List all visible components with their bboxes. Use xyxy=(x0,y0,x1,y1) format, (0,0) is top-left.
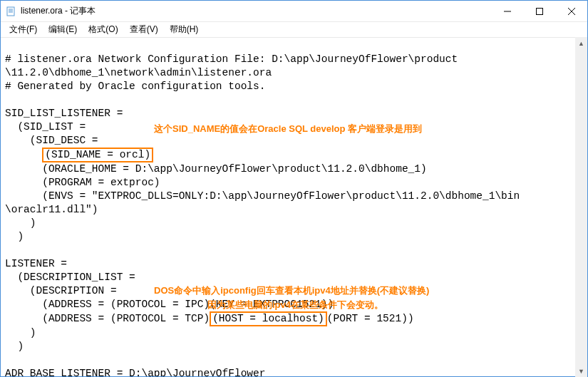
text-line: (DESCRIPTION_LIST = xyxy=(5,272,135,283)
text-line: # listener.ora Network Configuration Fil… xyxy=(5,53,458,65)
scroll-down-icon[interactable]: ▼ xyxy=(575,365,587,377)
titlebar: listener.ora - 记事本 xyxy=(1,1,587,22)
text-line: # Generated by Oracle configuration tool… xyxy=(5,81,265,92)
scroll-up-icon[interactable]: ▲ xyxy=(575,37,587,49)
svg-rect-5 xyxy=(536,8,542,14)
menubar: 文件(F) 编辑(E) 格式(O) 查看(V) 帮助(H) xyxy=(1,22,587,38)
annotation-sid: 这个SID_NAME的值会在Oracle SQL develop 客户端登录是用… xyxy=(154,122,422,135)
annotation-ipconfig: DOS命令中输入ipconfig回车查看本机ipv4地址并替换(不建议替换) xyxy=(154,284,429,297)
svg-rect-0 xyxy=(7,7,14,16)
text-line: (SID_LIST = xyxy=(5,121,86,133)
text-indent xyxy=(5,149,42,160)
text-tail: (PORT = 1521)) xyxy=(327,313,414,324)
text-line: (ENVS = "EXTPROC_DLLS=ONLY:D:\app\Journe… xyxy=(5,190,520,202)
window-title: listener.ora - 记事本 xyxy=(21,5,491,17)
text-line: (DESCRIPTION = xyxy=(5,285,117,296)
text-line: ADR_BASE_LISTENER = D:\app\JourneyOfFlow… xyxy=(5,368,265,376)
text-line: (ORACLE_HOME = D:\app\JourneyOfFlower\pr… xyxy=(5,163,427,175)
text-line: \oraclr11.dll") xyxy=(5,204,98,215)
text-line: SID_LIST_LISTENER = xyxy=(5,108,123,119)
menu-view[interactable]: 查看(V) xyxy=(124,22,164,37)
annotation-ipv4: 因为某些电脑的ipv4在某些条件下会变动。 xyxy=(207,298,383,311)
close-button[interactable] xyxy=(555,1,587,21)
highlight-sid-name: (SID_NAME = orcl) xyxy=(42,148,153,162)
text-line: LISTENER = xyxy=(5,258,67,269)
text-line: ) xyxy=(5,217,36,229)
text-line: \11.2.0\dbhome_1\network\admin\listener.… xyxy=(5,67,272,78)
text-indent: (ADDRESS = (PROTOCOL = TCP) xyxy=(5,313,210,324)
text-line: ) xyxy=(5,231,24,242)
text-line: ) xyxy=(5,327,36,339)
menu-format[interactable]: 格式(O) xyxy=(83,22,123,37)
menu-edit[interactable]: 编辑(E) xyxy=(43,22,83,37)
text-line: (PROGRAM = extproc) xyxy=(5,177,160,188)
text-line: (SID_DESC = xyxy=(5,135,98,146)
minimize-button[interactable] xyxy=(491,1,523,21)
text-line: ) xyxy=(5,341,24,352)
notepad-icon xyxy=(5,6,16,17)
maximize-button[interactable] xyxy=(523,1,555,21)
menu-file[interactable]: 文件(F) xyxy=(4,22,43,37)
editor-content[interactable]: # listener.ora Network Configuration Fil… xyxy=(1,38,587,376)
highlight-host: (HOST = localhost) xyxy=(210,311,327,326)
vertical-scrollbar[interactable]: ▲ ▼ xyxy=(575,37,587,377)
window-controls xyxy=(491,1,587,21)
menu-help[interactable]: 帮助(H) xyxy=(164,22,205,37)
scroll-track[interactable] xyxy=(575,49,587,365)
